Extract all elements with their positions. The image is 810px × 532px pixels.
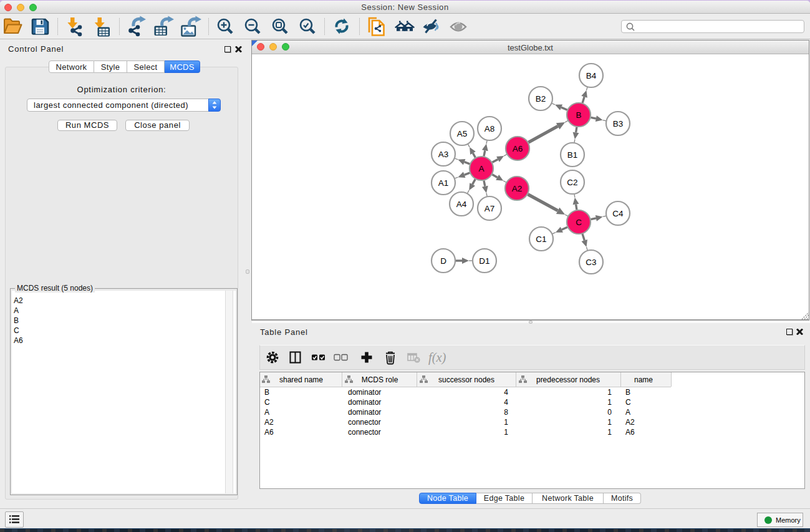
svg-text:1: 1	[504, 428, 508, 437]
svg-text:4: 4	[504, 388, 508, 397]
svg-text:successor nodes: successor nodes	[438, 375, 494, 384]
svg-text:dominator: dominator	[348, 388, 381, 397]
svg-text:A: A	[478, 164, 484, 173]
svg-text:C1: C1	[536, 235, 546, 244]
svg-text:connector: connector	[348, 418, 381, 427]
svg-text:A7: A7	[485, 204, 495, 213]
svg-text:C4: C4	[612, 209, 624, 218]
svg-text:1: 1	[607, 418, 612, 427]
svg-text:8: 8	[504, 408, 508, 417]
svg-text:dominator: dominator	[348, 408, 381, 417]
svg-text:C: C	[264, 398, 270, 407]
svg-text:B3: B3	[613, 119, 624, 128]
svg-text:A2: A2	[512, 184, 523, 193]
svg-text:connector: connector	[348, 428, 381, 437]
svg-text:dominator: dominator	[348, 398, 381, 407]
svg-text:0: 0	[607, 408, 612, 417]
svg-text:A3: A3	[438, 150, 449, 159]
svg-text:B: B	[625, 388, 630, 397]
svg-text:predecessor nodes: predecessor nodes	[536, 375, 600, 384]
svg-text:A: A	[625, 408, 630, 417]
svg-text:1: 1	[607, 428, 612, 437]
svg-text:f(x): f(x)	[428, 351, 446, 365]
svg-text:C3: C3	[586, 258, 596, 267]
svg-text:B1: B1	[567, 150, 578, 160]
svg-text:A6: A6	[264, 428, 274, 437]
svg-text:A8: A8	[485, 124, 495, 133]
svg-text:A4: A4	[456, 200, 467, 209]
svg-text:A: A	[264, 408, 269, 417]
svg-text:D: D	[440, 256, 446, 266]
svg-text:MCDS role: MCDS role	[362, 375, 398, 384]
svg-text:B: B	[264, 388, 269, 397]
svg-text:C: C	[576, 218, 582, 227]
svg-text:shared name: shared name	[279, 375, 323, 384]
svg-text:B: B	[576, 110, 581, 120]
svg-text:C: C	[625, 398, 631, 407]
svg-text:1: 1	[504, 418, 508, 427]
svg-text:A5: A5	[457, 129, 468, 138]
svg-text:D1: D1	[479, 256, 489, 266]
svg-text:A1: A1	[438, 178, 449, 188]
svg-text:1: 1	[607, 388, 612, 397]
svg-text:A2: A2	[264, 418, 274, 427]
svg-text:4: 4	[504, 398, 508, 407]
svg-text:A6: A6	[513, 144, 523, 153]
svg-text:A2: A2	[625, 418, 635, 427]
svg-text:B2: B2	[536, 94, 546, 104]
svg-text:name: name	[634, 375, 653, 384]
svg-text:B4: B4	[586, 71, 597, 80]
svg-text:A6: A6	[625, 428, 635, 437]
svg-text:1: 1	[607, 398, 612, 407]
svg-text:C2: C2	[567, 178, 577, 187]
